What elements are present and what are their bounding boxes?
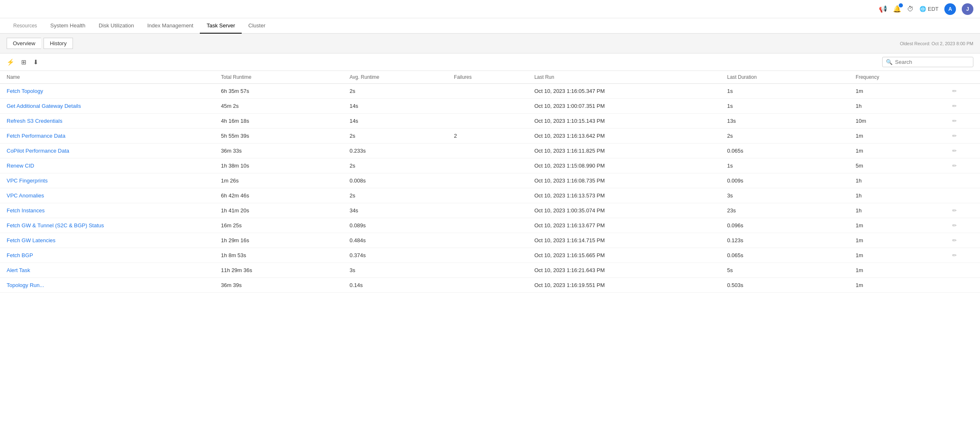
task-name-cell[interactable]: Renew CID	[0, 158, 214, 173]
last-run-cell: Oct 10, 2023 1:16:15.665 PM	[528, 248, 720, 263]
edit-cell[interactable]: ✏	[946, 144, 980, 158]
table-row: Fetch GW Latencies1h 29m 16s0.484sOct 10…	[0, 233, 980, 248]
total-runtime-cell: 11h 29m 36s	[214, 263, 343, 278]
frequency-cell: 1m	[849, 84, 946, 99]
last-duration-cell: 13s	[720, 114, 849, 129]
task-name-cell[interactable]: Alert Task	[0, 263, 214, 278]
failures-cell	[447, 203, 528, 218]
edit-cell[interactable]: ✏	[946, 233, 980, 248]
sub-header: Overview History Oldest Record: Oct 2, 2…	[0, 34, 980, 54]
frequency-cell: 1m	[849, 248, 946, 263]
search-box[interactable]: 🔍	[882, 57, 973, 67]
last-duration-cell: 0.123s	[720, 233, 849, 248]
task-name-cell[interactable]: Fetch Topology	[0, 84, 214, 99]
overview-button[interactable]: Overview	[7, 38, 41, 49]
tasks-table: Name Total Runtime Avg. Runtime Failures…	[0, 71, 980, 293]
failures-cell	[447, 278, 528, 293]
edit-cell	[946, 263, 980, 278]
edit-cell	[946, 278, 980, 293]
last-duration-cell: 1s	[720, 158, 849, 173]
edit-cell[interactable]: ✏	[946, 129, 980, 144]
failures-cell	[447, 248, 528, 263]
timer-icon[interactable]: ⏱	[907, 5, 914, 13]
search-input[interactable]	[895, 59, 970, 65]
task-name-cell[interactable]: Fetch BGP	[0, 248, 214, 263]
task-name-cell[interactable]: Fetch GW Latencies	[0, 233, 214, 248]
table-row: Get Additional Gateway Details45m 2s14sO…	[0, 99, 980, 114]
tab-system-health[interactable]: System Health	[44, 18, 92, 34]
total-runtime-cell: 5h 55m 39s	[214, 129, 343, 144]
edit-cell[interactable]: ✏	[946, 248, 980, 263]
frequency-cell: 1m	[849, 129, 946, 144]
edit-cell[interactable]: ✏	[946, 99, 980, 114]
task-name-cell[interactable]: Get Additional Gateway Details	[0, 99, 214, 114]
columns-icon[interactable]: ⊞	[21, 58, 27, 66]
tab-task-server[interactable]: Task Server	[200, 18, 242, 34]
failures-cell	[447, 144, 528, 158]
avg-runtime-cell: 0.484s	[343, 233, 447, 248]
download-icon[interactable]: ⬇	[33, 58, 39, 66]
edit-cell[interactable]: ✏	[946, 84, 980, 99]
filter-icon[interactable]: ⚡	[7, 58, 15, 66]
last-run-cell: Oct 10, 2023 1:16:13.642 PM	[528, 129, 720, 144]
last-run-cell: Oct 10, 2023 1:16:14.715 PM	[528, 233, 720, 248]
avg-runtime-cell: 0.233s	[343, 144, 447, 158]
bell-icon[interactable]: 🔔	[893, 5, 901, 13]
failures-cell	[447, 188, 528, 203]
col-header-lastdur: Last Duration	[720, 71, 849, 84]
tab-disk-utilization[interactable]: Disk Utilization	[92, 18, 141, 34]
avatar-j[interactable]: J	[962, 3, 973, 15]
col-header-name: Name	[0, 71, 214, 84]
task-name-cell[interactable]: Fetch GW & Tunnel (S2C & BGP) Status	[0, 218, 214, 233]
task-name-cell[interactable]: VPC Fingerprints	[0, 173, 214, 188]
last-run-cell: Oct 10, 2023 1:15:08.990 PM	[528, 158, 720, 173]
last-run-cell: Oct 10, 2023 1:16:21.643 PM	[528, 263, 720, 278]
timezone-display[interactable]: 🌐 EDT	[919, 6, 939, 12]
edit-cell[interactable]: ✏	[946, 114, 980, 129]
task-name-cell[interactable]: Fetch Performance Data	[0, 129, 214, 144]
failures-cell	[447, 218, 528, 233]
frequency-cell: 1h	[849, 188, 946, 203]
frequency-cell: 1m	[849, 144, 946, 158]
total-runtime-cell: 6h 42m 46s	[214, 188, 343, 203]
col-header-freq: Frequency	[849, 71, 946, 84]
total-runtime-cell: 1h 38m 10s	[214, 158, 343, 173]
task-name-cell[interactable]: Topology Run...	[0, 278, 214, 293]
last-duration-cell: 0.009s	[720, 173, 849, 188]
last-run-cell: Oct 10, 2023 1:16:13.573 PM	[528, 188, 720, 203]
failures-cell	[447, 114, 528, 129]
table-row: VPC Anomalies6h 42m 46s2sOct 10, 2023 1:…	[0, 188, 980, 203]
task-name-cell[interactable]: CoPilot Performance Data	[0, 144, 214, 158]
table-row: Refresh S3 Credentials4h 16m 18s14sOct 1…	[0, 114, 980, 129]
total-runtime-cell: 1h 8m 53s	[214, 248, 343, 263]
task-name-cell[interactable]: Fetch Instances	[0, 203, 214, 218]
history-button[interactable]: History	[44, 38, 73, 49]
total-runtime-cell: 16m 25s	[214, 218, 343, 233]
tab-cluster[interactable]: Cluster	[242, 18, 272, 34]
last-run-cell: Oct 10, 2023 1:16:08.735 PM	[528, 173, 720, 188]
edit-cell[interactable]: ✏	[946, 203, 980, 218]
avg-runtime-cell: 2s	[343, 84, 447, 99]
avg-runtime-cell: 0.089s	[343, 218, 447, 233]
avg-runtime-cell: 0.374s	[343, 248, 447, 263]
announcement-icon[interactable]: 📢	[879, 5, 887, 13]
edit-cell[interactable]: ✏	[946, 218, 980, 233]
avatar-a[interactable]: A	[944, 3, 956, 15]
avg-runtime-cell: 2s	[343, 188, 447, 203]
top-bar: 📢 🔔 ⏱ 🌐 EDT A J	[0, 0, 980, 18]
last-duration-cell: 0.096s	[720, 218, 849, 233]
frequency-cell: 5m	[849, 158, 946, 173]
failures-cell	[447, 84, 528, 99]
table-row: CoPilot Performance Data36m 33s0.233sOct…	[0, 144, 980, 158]
avg-runtime-cell: 2s	[343, 158, 447, 173]
tab-index-management[interactable]: Index Management	[141, 18, 200, 34]
table-row: Fetch Topology6h 35m 57s2sOct 10, 2023 1…	[0, 84, 980, 99]
last-run-cell: Oct 10, 2023 1:16:05.347 PM	[528, 84, 720, 99]
tab-resources[interactable]: Resources	[7, 19, 44, 34]
edit-cell[interactable]: ✏	[946, 158, 980, 173]
task-name-cell[interactable]: VPC Anomalies	[0, 188, 214, 203]
total-runtime-cell: 4h 16m 18s	[214, 114, 343, 129]
task-name-cell[interactable]: Refresh S3 Credentials	[0, 114, 214, 129]
table-row: Alert Task11h 29m 36s3sOct 10, 2023 1:16…	[0, 263, 980, 278]
total-runtime-cell: 1h 41m 20s	[214, 203, 343, 218]
